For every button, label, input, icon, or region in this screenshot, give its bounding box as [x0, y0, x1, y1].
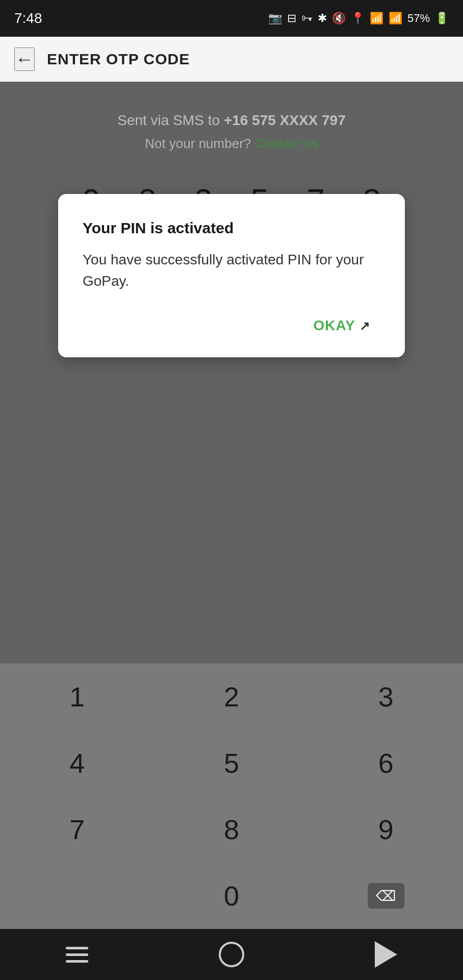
wifi-icon: 📶: [370, 12, 383, 25]
cast-icon: ⊟: [287, 12, 296, 25]
mute-icon: 🔇: [332, 12, 346, 25]
numpad-grid: 1 2 3 4 5 6 7 8 9 0 ⌫: [0, 664, 463, 929]
top-nav: ← ENTER OTP CODE: [0, 37, 463, 82]
status-time: 7:48: [14, 10, 42, 27]
home-icon: [219, 942, 244, 967]
page-title: ENTER OTP CODE: [47, 51, 190, 68]
numpad-key-6[interactable]: 6: [308, 730, 463, 796]
dialog-title: Your PIN is activated: [83, 219, 380, 237]
cursor-icon: ↗: [359, 319, 370, 333]
key-icon: 🗝: [301, 12, 313, 25]
battery-icon: 🔋: [435, 12, 449, 25]
signal-icon: 📶: [389, 12, 402, 25]
numpad-key-1[interactable]: 1: [0, 664, 155, 730]
numpad-key-3[interactable]: 3: [308, 664, 463, 730]
video-icon: 📷: [268, 12, 282, 25]
location-icon: 📍: [351, 12, 365, 25]
numpad-key-2[interactable]: 2: [155, 664, 309, 730]
dialog-box: Your PIN is activated You have successfu…: [58, 194, 405, 357]
okay-button[interactable]: OKAY ↗: [303, 312, 380, 339]
numpad: 1 2 3 4 5 6 7 8 9 0 ⌫: [0, 664, 463, 929]
back-nav-button[interactable]: [371, 939, 401, 970]
back-nav-icon: [375, 941, 397, 968]
bottom-nav: [0, 929, 463, 980]
recent-apps-button[interactable]: [62, 939, 92, 970]
numpad-key-9[interactable]: 9: [308, 796, 463, 863]
numpad-key-8[interactable]: 8: [155, 796, 309, 863]
home-button[interactable]: [216, 939, 247, 970]
recent-apps-icon: [66, 947, 88, 963]
status-icons: 📷 ⊟ 🗝 ✱ 🔇 📍 📶 📶 57% 🔋: [268, 12, 449, 25]
numpad-key-5[interactable]: 5: [155, 730, 309, 796]
delete-symbol: ⌫: [376, 888, 396, 904]
numpad-key-4[interactable]: 4: [0, 730, 155, 796]
delete-icon: ⌫: [368, 883, 404, 909]
battery-text: 57%: [407, 12, 430, 25]
dialog-actions: OKAY ↗: [83, 312, 380, 339]
bluetooth-icon: ✱: [318, 12, 327, 25]
main-content: Sent via SMS to +16 575 XXXX 797 Not you…: [0, 82, 463, 929]
numpad-delete-button[interactable]: ⌫: [308, 863, 463, 929]
numpad-empty-slot: [0, 863, 155, 929]
dialog-body: You have successfully activated PIN for …: [83, 249, 380, 292]
numpad-key-7[interactable]: 7: [0, 796, 155, 863]
numpad-key-0[interactable]: 0: [155, 863, 309, 929]
status-bar: 7:48 📷 ⊟ 🗝 ✱ 🔇 📍 📶 📶 57% 🔋: [0, 0, 463, 37]
back-button[interactable]: ←: [14, 47, 35, 71]
